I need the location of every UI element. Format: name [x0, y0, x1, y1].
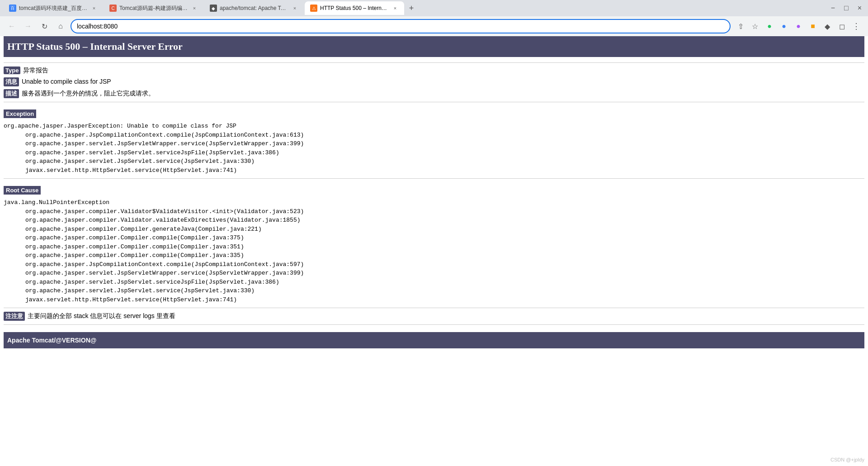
section-divider-4 — [4, 324, 864, 325]
forward-button[interactable]: → — [22, 20, 34, 33]
tab-4-close[interactable]: × — [392, 5, 399, 12]
maximize-button[interactable]: □ — [841, 3, 851, 13]
root-cause-stack-1: org.apache.jasper.compiler.Validator.val… — [4, 216, 864, 225]
address-bar-row: ← → ↻ ⌂ ⇧ ☆ ● ● ● ■ ◆ ◻ ⋮ — [0, 16, 868, 36]
root-cause-stack-6: org.apache.jasper.JspCompilationContext.… — [4, 260, 864, 269]
new-tab-button[interactable]: + — [405, 2, 418, 14]
tab-1[interactable]: 百 tomcat源码环境搭建_百度搜索 × — [4, 1, 103, 15]
root-cause-stack-0: org.apache.jasper.compiler.Validator$Val… — [4, 207, 864, 216]
page-title-bar: HTTP Status 500 – Internal Server Error — [4, 36, 864, 57]
share-icon[interactable]: ⇧ — [734, 20, 747, 33]
tab-1-favicon: 百 — [9, 5, 16, 12]
root-cause-header: Root Cause — [4, 186, 41, 195]
minimize-button[interactable]: − — [828, 3, 838, 13]
exception-main: org.apache.jasper.JasperException: Unabl… — [4, 122, 864, 131]
section-divider-2 — [4, 178, 864, 179]
exception-stack-1: org.apache.jasper.servlet.JspServletWrap… — [4, 139, 864, 148]
tab-3-label: apache/tomcat: Apache Tomc... — [220, 5, 288, 11]
extension-icon-2[interactable]: ● — [778, 20, 790, 33]
menu-icon[interactable]: ⋮ — [850, 20, 863, 33]
exception-header: Exception — [4, 109, 36, 118]
footer-bar: Apache Tomcat/@VERSION@ — [4, 332, 864, 348]
footer-text: Apache Tomcat/@VERSION@ — [7, 337, 96, 344]
window-controls: − □ × — [828, 3, 864, 13]
root-cause-stack-5: org.apache.jasper.compiler.Compiler.comp… — [4, 251, 864, 260]
extension-icon-6[interactable]: ◻ — [835, 20, 848, 33]
root-cause-stack-4: org.apache.jasper.compiler.Compiler.comp… — [4, 243, 864, 252]
extension-icon-5[interactable]: ◆ — [821, 20, 834, 33]
tab-3[interactable]: ◆ apache/tomcat: Apache Tomc... × — [204, 1, 304, 15]
tab-2[interactable]: C Tomcat源码篇-构建源码编译环境 × — [104, 1, 203, 15]
message-row: 消息 Unable to compile class for JSP — [4, 77, 864, 86]
root-cause-stack-10: javax.servlet.http.HttpServlet.service(H… — [4, 295, 864, 304]
description-row: 描述 服务器遇到一个意外的情况，阻止它完成请求。 — [4, 89, 864, 98]
tab-1-close[interactable]: × — [90, 5, 98, 12]
root-cause-stack-2: org.apache.jasper.compiler.Compiler.gene… — [4, 225, 864, 234]
tab-2-label: Tomcat源码篇-构建源码编译环境 — [119, 5, 188, 12]
description-value: 服务器遇到一个意外的情况，阻止它完成请求。 — [22, 90, 155, 98]
close-button[interactable]: × — [855, 3, 864, 13]
root-cause-stack-3: org.apache.jasper.compiler.Compiler.comp… — [4, 233, 864, 243]
note-row: 注注意 主要问题的全部 stack 信息可以在 server logs 里查看 — [4, 312, 864, 321]
tab-4[interactable]: ⚠ HTTP Status 500 – Internal Se... × — [305, 1, 404, 15]
section-divider-1 — [4, 102, 864, 102]
type-value: 异常报告 — [23, 67, 48, 75]
tab-2-favicon: C — [109, 5, 117, 12]
section-divider-top — [4, 62, 864, 63]
tab-4-label: HTTP Status 500 – Internal Se... — [320, 5, 389, 11]
message-value: Unable to compile class for JSP — [22, 78, 111, 85]
root-cause-stack-7: org.apache.jasper.servlet.JspServletWrap… — [4, 269, 864, 278]
root-cause-stack-8: org.apache.jasper.servlet.JspServlet.ser… — [4, 278, 864, 287]
address-input[interactable] — [77, 23, 724, 30]
tab-bar: 百 tomcat源码环境搭建_百度搜索 × C Tomcat源码篇-构建源码编译… — [0, 0, 868, 16]
message-label: 消息 — [4, 77, 19, 86]
extension-icon-3[interactable]: ● — [792, 20, 805, 33]
exception-stack-0: org.apache.jasper.JspCompilationContext.… — [4, 131, 864, 140]
tab-2-close[interactable]: × — [191, 5, 198, 12]
page-content: HTTP Status 500 – Internal Server Error … — [0, 36, 868, 357]
extension-icon-4[interactable]: ■ — [807, 20, 819, 33]
note-label: 注注意 — [4, 312, 25, 321]
exception-stack-2: org.apache.jasper.servlet.JspServlet.ser… — [4, 148, 864, 157]
extension-icon-1[interactable]: ● — [763, 20, 776, 33]
type-label: Type — [4, 67, 20, 74]
description-label: 描述 — [4, 89, 19, 98]
exception-stack-4: javax.servlet.http.HttpServlet.service(H… — [4, 166, 864, 175]
root-cause-main: java.lang.NullPointerException — [4, 198, 864, 207]
type-row: Type 异常报告 — [4, 67, 864, 75]
root-cause-block: java.lang.NullPointerException org.apach… — [4, 198, 864, 304]
toolbar-icons: ⇧ ☆ ● ● ● ■ ◆ ◻ ⋮ — [734, 20, 863, 33]
tab-3-favicon: ◆ — [210, 5, 217, 12]
root-cause-stack-9: org.apache.jasper.servlet.JspServlet.ser… — [4, 286, 864, 295]
home-button[interactable]: ⌂ — [54, 20, 67, 33]
refresh-button[interactable]: ↻ — [38, 20, 51, 33]
exception-stack-3: org.apache.jasper.servlet.JspServlet.ser… — [4, 157, 864, 166]
page-title: HTTP Status 500 – Internal Server Error — [7, 41, 861, 52]
exception-block: org.apache.jasper.JasperException: Unabl… — [4, 122, 864, 175]
back-button[interactable]: ← — [5, 20, 18, 33]
bookmark-icon[interactable]: ☆ — [749, 20, 761, 33]
tab-4-favicon: ⚠ — [310, 5, 317, 12]
note-value: 主要问题的全部 stack 信息可以在 server logs 里查看 — [28, 312, 175, 320]
section-divider-3 — [4, 308, 864, 308]
tab-3-close[interactable]: × — [291, 5, 298, 12]
address-bar[interactable] — [71, 19, 731, 33]
tab-1-label: tomcat源码环境搭建_百度搜索 — [19, 5, 88, 12]
browser-chrome: 百 tomcat源码环境搭建_百度搜索 × C Tomcat源码篇-构建源码编译… — [0, 0, 868, 36]
